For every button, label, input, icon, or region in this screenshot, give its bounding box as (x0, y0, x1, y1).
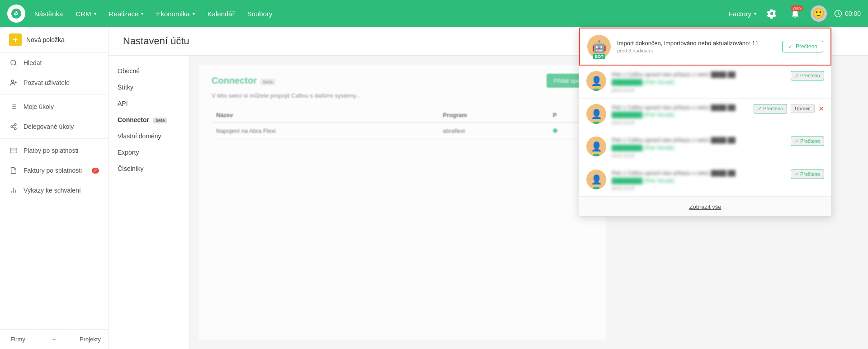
notif-actions-1: ✓ Přečteno (791, 71, 824, 80)
sidebar: + Nová položka Hledat Pozvat uživatele M… (0, 27, 108, 349)
checkmark-icon: ✓ (788, 43, 793, 50)
settings-item-connector[interactable]: Connector beta (108, 112, 189, 128)
notif-time-blurred-3: před chvílí (612, 153, 785, 158)
sidebar-item-reports[interactable]: Výkazy ke schválení (0, 180, 108, 200)
notif-avatar-badge-3 (593, 154, 599, 156)
notification-dropdown: 🤖 BOT Import dokončen, importováno nebo … (579, 27, 832, 217)
notif-text-blurred-1: Petr z Caflou upravil stav příkazu v sek… (612, 71, 785, 86)
settings-item-api[interactable]: API (108, 95, 189, 112)
mark-read-btn[interactable]: ✓ Přečteno (782, 41, 823, 52)
settings-item-exports[interactable]: Exporty (108, 144, 189, 160)
notif-read-4[interactable]: ✓ Přečteno (791, 170, 824, 179)
sidebar-invoices-label: Faktury po splatnosti (24, 167, 82, 174)
notif-item-4: 👤 Petr z Caflou upravil stav příkazu v s… (579, 164, 831, 197)
list-icon (9, 102, 18, 111)
notif-read-2[interactable]: ✓ Přečteno (754, 104, 787, 113)
svg-point-13 (14, 123, 16, 125)
sidebar-projects-btn[interactable]: Projekty (72, 330, 108, 349)
sidebar-my-tasks-label: Moje úkoly (24, 103, 54, 110)
sidebar-reports-label: Výkazy ke schválení (24, 187, 81, 194)
status-dot (553, 128, 557, 133)
notification-badge: 2669 (791, 5, 803, 11)
search-icon (9, 58, 18, 67)
connector-panel: Přidat spojení Connector beta V této sek… (199, 65, 606, 340)
topnav: Nástěnka CRM ▾ Realizace ▾ Ekonomika ▾ K… (0, 0, 868, 27)
sidebar-item-payments[interactable]: Platby po splatnosti (0, 141, 108, 160)
factory-selector[interactable]: Factory ▾ (729, 10, 756, 18)
topnav-right: Factory ▾ 2669 🙂 00:00 (729, 5, 861, 22)
settings-item-numbers[interactable]: Číselníky (108, 160, 189, 177)
nav-realizace[interactable]: Realizace ▾ (109, 10, 144, 18)
sidebar-item-search[interactable]: Hledat (0, 53, 108, 73)
notif-avatar-badge-2 (593, 122, 599, 124)
nav-soubory[interactable]: Soubory (247, 10, 273, 18)
sidebar-divider-1 (0, 94, 108, 95)
svg-line-16 (13, 127, 15, 128)
svg-rect-18 (10, 148, 17, 153)
sidebar-add-btn[interactable]: + (36, 330, 72, 349)
notif-content-4: Petr z Caflou upravil stav příkazu v sek… (612, 170, 785, 191)
new-item-btn[interactable]: + Nová položka (0, 27, 108, 53)
sidebar-item-my-tasks[interactable]: Moje úkoly (0, 97, 108, 117)
notif-read-1[interactable]: ✓ Přečteno (791, 71, 824, 80)
notif-close-2[interactable]: ✕ (818, 104, 824, 113)
svg-point-15 (14, 128, 16, 130)
new-item-label: Nová položka (26, 36, 65, 43)
invoice-icon (9, 166, 18, 175)
bot-badge: BOT (593, 54, 605, 59)
nav-ekonomika[interactable]: Ekonomika ▾ (156, 10, 194, 18)
settings-btn[interactable] (764, 5, 780, 22)
notif-read-3[interactable]: ✓ Přečteno (791, 137, 824, 146)
user-avatar[interactable]: 🙂 (811, 5, 827, 22)
sidebar-invite-label: Pozvat uživatele (24, 79, 70, 86)
settings-item-stitky[interactable]: Štítky (108, 79, 189, 95)
show-all-anchor[interactable]: Zobrazit vše (689, 203, 722, 210)
col-name: Název (212, 108, 439, 123)
notif-text: Import dokončen, importováno nebo aktual… (617, 40, 776, 53)
row-name: Napojení na Abra Flexi (212, 123, 439, 139)
svg-point-1 (16, 11, 17, 13)
notif-item-2: 👤 Petr z Caflou upravil stav příkazu v s… (579, 99, 831, 132)
factory-caret: ▾ (754, 11, 756, 16)
show-all-link[interactable]: Zobrazit vše (579, 197, 831, 216)
notif-time-blurred-1: před chvílí (612, 87, 785, 93)
notif-avatar-1: 👤 (586, 71, 606, 91)
nav-kalendar[interactable]: Kalendář (208, 10, 235, 18)
nav-nastenska[interactable]: Nástěnka (34, 10, 63, 18)
svg-point-4 (11, 80, 14, 82)
notif-time-blurred-2: před chvílí (612, 120, 748, 125)
notif-item-3: 👤 Petr z Caflou upravil stav příkazu v s… (579, 131, 831, 164)
notif-text-blurred-4: Petr z Caflou upravil stav příkazu v sek… (612, 170, 785, 185)
timer[interactable]: 00:00 (834, 9, 861, 18)
notif-actions-3: ✓ Přečteno (791, 137, 824, 146)
notifications-btn[interactable]: 2669 (787, 5, 803, 22)
credit-card-icon (9, 146, 18, 155)
connector-table: Název Program P Napojení na Abra Flexi a… (212, 108, 593, 139)
notif-avatar-badge-1 (593, 89, 599, 91)
sidebar-payments-label: Platby po splatnosti (24, 147, 78, 154)
sidebar-item-delegated[interactable]: Delegované úkoly (0, 117, 108, 137)
notif-text-blurred-2: Petr z Caflou upravil stav příkazu v sek… (612, 104, 748, 119)
notif-content-1: Petr z Caflou upravil stav příkazu v sek… (612, 71, 785, 93)
notif-edit-2[interactable]: Upravit (791, 104, 815, 113)
notif-time: před 3 hodinami (617, 48, 776, 53)
notif-text-blurred-3: Petr z Caflou upravil stav příkazu v sek… (612, 137, 785, 152)
sidebar-item-invite[interactable]: Pozvat uživatele (0, 73, 108, 93)
sidebar-item-invoices[interactable]: Faktury po splatnosti 2 (0, 160, 108, 180)
sidebar-companies-btn[interactable]: Firmy (0, 330, 36, 349)
logo[interactable] (7, 5, 25, 23)
settings-sidebar: Obecné Štítky API Connector beta Vlastní… (108, 56, 190, 349)
notif-item-1: 👤 Petr z Caflou upravil stav příkazu v s… (579, 66, 831, 99)
sidebar-search-label: Hledat (24, 59, 42, 66)
notif-avatar-3: 👤 (586, 137, 606, 156)
user-plus-icon (9, 78, 18, 87)
sidebar-bottom: Firmy + Projekty (0, 329, 108, 349)
svg-point-0 (11, 9, 21, 19)
settings-item-domains[interactable]: Vlastní domény (108, 128, 189, 144)
row-program: abraflexi (439, 123, 548, 139)
notif-content-3: Petr z Caflou upravil stav příkazu v sek… (612, 137, 785, 158)
notif-actions-2: ✓ Přečteno Upravit ✕ (754, 104, 824, 113)
connector-beta-label: beta (260, 79, 275, 85)
nav-crm[interactable]: CRM ▾ (75, 10, 96, 18)
settings-item-obecne[interactable]: Obecné (108, 63, 189, 79)
